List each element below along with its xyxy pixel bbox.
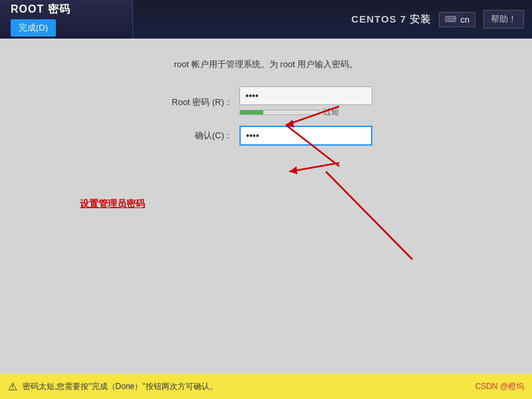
footer-warning-text: 密码太短,您需要按"完成（Done）"按钮两次方可确认。 — [23, 381, 469, 392]
svg-line-4 — [289, 163, 339, 172]
confirm-password-label: 确认(C)： — [160, 130, 233, 142]
strength-bar — [239, 110, 319, 115]
svg-marker-5 — [289, 166, 297, 174]
footer-brand: CSDN @橙坞 — [475, 381, 524, 392]
keyboard-icon: ⌨ — [445, 15, 456, 24]
header: ROOT 密码 完成(D) CENTOS 7 安装 ⌨ cn 帮助！ — [0, 0, 532, 39]
page-title: ROOT 密码 — [11, 3, 122, 17]
set-admin-link[interactable]: 设置管理员密码 — [80, 198, 145, 210]
confirm-password-input-wrap — [239, 126, 372, 146]
root-password-input-wrap: 过短 — [239, 86, 372, 118]
header-left: ROOT 密码 完成(D) — [0, 0, 133, 39]
header-right: CENTOS 7 安装 ⌨ cn 帮助！ — [343, 0, 532, 39]
strength-bar-row: 过短 — [239, 106, 372, 118]
confirm-password-input[interactable] — [239, 126, 372, 146]
form-area: Root 密码 (R)： 过短 确认(C)： — [160, 86, 372, 146]
help-button[interactable]: 帮助！ — [483, 10, 524, 29]
confirm-password-row: 确认(C)： — [160, 126, 372, 146]
description-text: root 帐户用于管理系统。为 root 用户输入密码。 — [174, 59, 358, 70]
lang-code: cn — [460, 15, 469, 25]
root-password-label: Root 密码 (R)： — [160, 96, 233, 108]
done-button[interactable]: 完成(D) — [11, 19, 56, 37]
root-password-input[interactable] — [239, 86, 372, 105]
root-password-row: Root 密码 (R)： 过短 — [160, 86, 372, 118]
language-selector[interactable]: ⌨ cn — [439, 12, 475, 27]
too-short-label: 过短 — [323, 106, 339, 118]
centos-title: CENTOS 7 安装 — [351, 13, 431, 26]
svg-line-3 — [326, 172, 412, 259]
footer: ⚠ 密码太短,您需要按"完成（Done）"按钮两次方可确认。 CSDN @橙坞 — [0, 374, 532, 399]
main-content: root 帐户用于管理系统。为 root 用户输入密码。 Root 密码 (R)… — [0, 39, 532, 374]
warning-icon: ⚠ — [8, 380, 17, 393]
